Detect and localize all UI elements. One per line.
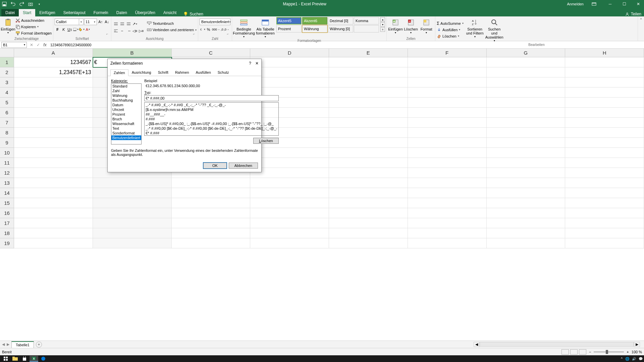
row-head-1[interactable]: 1 bbox=[0, 57, 14, 67]
border-button[interactable]: ▾ bbox=[73, 26, 78, 32]
font-size-dropdown[interactable]: 11▾ bbox=[84, 18, 97, 25]
cell-A4[interactable] bbox=[14, 87, 93, 98]
cell-C18[interactable] bbox=[172, 228, 251, 238]
cell-A6[interactable] bbox=[14, 108, 93, 118]
cell-A1[interactable]: 1234567 bbox=[14, 57, 93, 67]
sheet-next-icon[interactable]: ▶ bbox=[7, 342, 9, 347]
row-head-7[interactable]: 7 bbox=[0, 118, 14, 128]
cell-G5[interactable] bbox=[487, 98, 566, 108]
tab-seitenlayout[interactable]: Seitenlayout bbox=[59, 9, 90, 16]
type-list[interactable]: _-* #.##0 _€_-;-* #.##0 _€_-;_-* "-"?? _… bbox=[144, 102, 279, 136]
cell-B14[interactable] bbox=[93, 188, 172, 198]
cell-B16[interactable] bbox=[93, 208, 172, 218]
cell-D18[interactable] bbox=[250, 228, 329, 238]
row-head-6[interactable]: 6 bbox=[0, 108, 14, 118]
cancel-button[interactable]: Abbrechen bbox=[229, 163, 258, 169]
find-select-button[interactable]: Suchen und Auswählen▾ bbox=[485, 17, 504, 42]
notification-icon[interactable]: 💬 bbox=[639, 357, 643, 361]
col-head-H[interactable]: H bbox=[565, 49, 644, 57]
align-middle[interactable] bbox=[119, 21, 125, 27]
cell-E17[interactable] bbox=[329, 218, 408, 228]
style-dezimal[interactable]: Dezimal [0] bbox=[328, 17, 353, 24]
cell-F10[interactable] bbox=[408, 148, 487, 158]
style-prozent[interactable]: Prozent bbox=[276, 25, 302, 33]
cell-H18[interactable] bbox=[565, 228, 644, 238]
style-blank[interactable] bbox=[354, 25, 379, 33]
increase-font-icon[interactable]: A↑ bbox=[98, 19, 103, 25]
cell-A5[interactable] bbox=[14, 98, 93, 108]
cell-E15[interactable] bbox=[329, 198, 408, 208]
zoom-out-icon[interactable]: − bbox=[588, 350, 592, 354]
cell-F19[interactable] bbox=[408, 238, 487, 248]
cell-G1[interactable] bbox=[487, 57, 566, 67]
zoom-slider[interactable] bbox=[594, 352, 624, 352]
cell-A7[interactable] bbox=[14, 118, 93, 128]
cell-A13[interactable] bbox=[14, 178, 93, 188]
cell-A19[interactable] bbox=[14, 238, 93, 248]
cell-G3[interactable] bbox=[487, 77, 566, 87]
zoom-level[interactable]: 100 % bbox=[632, 350, 642, 354]
cell-E9[interactable] bbox=[329, 138, 408, 148]
tab-datei[interactable]: Datei bbox=[1, 9, 19, 16]
number-launcher-icon[interactable]: ⌐ bbox=[227, 32, 231, 36]
undo-icon[interactable] bbox=[10, 1, 16, 7]
type-list-item[interactable]: _-* #.##0 _€_-;-* #.##0 _€_-;_-* "-"?? _… bbox=[145, 103, 278, 107]
cell-H10[interactable] bbox=[565, 148, 644, 158]
tab-formeln[interactable]: Formeln bbox=[90, 9, 112, 16]
cell-G7[interactable] bbox=[487, 118, 566, 128]
excel-task-icon[interactable]: X bbox=[30, 356, 38, 362]
cell-H1[interactable] bbox=[565, 57, 644, 67]
cell-G18[interactable] bbox=[487, 228, 566, 238]
cell-A2[interactable]: 1,23457E+13 bbox=[14, 67, 93, 77]
indent-inc[interactable]: ▷≡ bbox=[138, 28, 144, 34]
style-gallery-arrows[interactable]: ▴ ▾ ≡ bbox=[380, 17, 385, 38]
align-top[interactable] bbox=[113, 21, 119, 27]
indent-dec[interactable]: ◁≡ bbox=[132, 28, 138, 34]
category-item[interactable]: Sonderformat bbox=[111, 131, 141, 135]
category-item[interactable]: Prozent bbox=[111, 112, 141, 117]
col-head-C[interactable]: C bbox=[172, 49, 251, 57]
cell-E8[interactable] bbox=[329, 128, 408, 138]
cell-F3[interactable] bbox=[408, 77, 487, 87]
cell-E16[interactable] bbox=[329, 208, 408, 218]
tab-daten[interactable]: Daten bbox=[112, 9, 131, 16]
name-box[interactable]: B1▾ bbox=[1, 42, 27, 48]
cell-D14[interactable] bbox=[250, 188, 329, 198]
percent-button[interactable]: % bbox=[206, 26, 211, 32]
insert-cells-button[interactable]: Einfügen▾ bbox=[388, 17, 403, 36]
paste-button[interactable]: Einfügen ▾ bbox=[1, 17, 15, 36]
cell-H9[interactable] bbox=[565, 138, 644, 148]
cell-B13[interactable] bbox=[93, 178, 172, 188]
row-head-15[interactable]: 15 bbox=[0, 198, 14, 208]
tray-volume-icon[interactable]: 🔊 bbox=[632, 357, 636, 361]
font-color-button[interactable]: A▾ bbox=[85, 26, 91, 32]
cell-F1[interactable] bbox=[408, 57, 487, 67]
type-list-item[interactable]: ##__###__- bbox=[145, 112, 278, 117]
cell-D1[interactable] bbox=[250, 57, 329, 67]
cell-F5[interactable] bbox=[408, 98, 487, 108]
cell-G19[interactable] bbox=[487, 238, 566, 248]
row-head-13[interactable]: 13 bbox=[0, 178, 14, 188]
format-cells-button[interactable]: Format▾ bbox=[419, 17, 434, 36]
row-head-11[interactable]: 11 bbox=[0, 158, 14, 168]
autosum-button[interactable]: Σ AutoSumme▾ bbox=[437, 21, 464, 26]
cell-F9[interactable] bbox=[408, 138, 487, 148]
cell-D15[interactable] bbox=[250, 198, 329, 208]
minimize-icon[interactable]: ─ bbox=[606, 2, 614, 6]
cell-H14[interactable] bbox=[565, 188, 644, 198]
type-list-item[interactable]: €* #.### bbox=[145, 131, 278, 135]
dialog-help-icon[interactable]: ? bbox=[249, 61, 251, 66]
close-icon[interactable]: ✕ bbox=[634, 2, 643, 6]
display-mode-icon[interactable] bbox=[592, 2, 600, 6]
login-link[interactable]: Anmelden bbox=[567, 2, 584, 6]
cell-G14[interactable] bbox=[487, 188, 566, 198]
copy-button[interactable]: Kopieren▾ bbox=[15, 24, 52, 29]
clipboard-launcher-icon[interactable]: ⌐ bbox=[48, 32, 52, 36]
cell-B19[interactable] bbox=[93, 238, 172, 248]
cell-G13[interactable] bbox=[487, 178, 566, 188]
cell-C17[interactable] bbox=[172, 218, 251, 228]
ok-button[interactable]: OK bbox=[203, 163, 227, 169]
select-all-corner[interactable] bbox=[0, 49, 14, 57]
cell-A14[interactable] bbox=[14, 188, 93, 198]
align-right[interactable] bbox=[125, 28, 131, 34]
